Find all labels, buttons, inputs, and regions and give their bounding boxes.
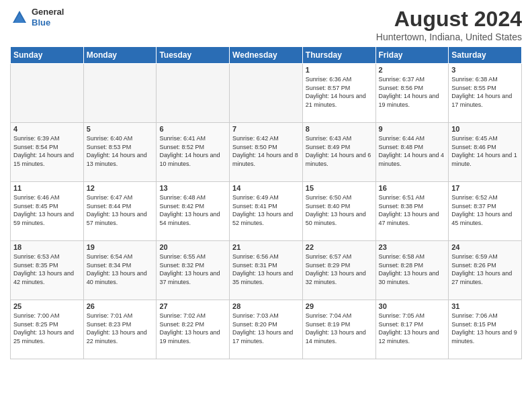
table-row: 31Sunrise: 7:06 AMSunset: 8:15 PMDayligh… <box>449 300 522 359</box>
table-row: 6Sunrise: 6:41 AMSunset: 8:52 PMDaylight… <box>157 123 230 182</box>
calendar-week-row: 11Sunrise: 6:46 AMSunset: 8:45 PMDayligh… <box>11 182 522 241</box>
table-row: 24Sunrise: 6:59 AMSunset: 8:26 PMDayligh… <box>449 241 522 300</box>
table-row: 19Sunrise: 6:54 AMSunset: 8:34 PMDayligh… <box>83 241 157 300</box>
col-friday: Friday <box>375 47 449 64</box>
day-info: Sunrise: 6:37 AMSunset: 8:56 PMDaylight:… <box>379 75 446 109</box>
logo: General Blue <box>10 7 64 28</box>
day-number: 22 <box>306 243 373 251</box>
day-info: Sunrise: 6:36 AMSunset: 8:57 PMDaylight:… <box>306 75 373 109</box>
calendar-week-row: 18Sunrise: 6:53 AMSunset: 8:35 PMDayligh… <box>11 241 522 300</box>
col-sunday: Sunday <box>11 47 84 64</box>
table-row: 16Sunrise: 6:51 AMSunset: 8:38 PMDayligh… <box>375 182 449 241</box>
day-info: Sunrise: 6:56 AMSunset: 8:31 PMDaylight:… <box>232 253 300 286</box>
main-title: August 2024 <box>376 7 522 32</box>
day-info: Sunrise: 6:48 AMSunset: 8:42 PMDaylight:… <box>159 193 226 227</box>
table-row <box>11 64 84 123</box>
table-row: 1Sunrise: 6:36 AMSunset: 8:57 PMDaylight… <box>302 64 375 123</box>
day-info: Sunrise: 6:52 AMSunset: 8:37 PMDaylight:… <box>451 193 519 227</box>
title-area: August 2024 Huntertown, Indiana, United … <box>376 7 522 42</box>
day-info: Sunrise: 6:39 AMSunset: 8:54 PMDaylight:… <box>13 134 81 168</box>
table-row: 8Sunrise: 6:43 AMSunset: 8:49 PMDaylight… <box>302 123 375 182</box>
page: General Blue August 2024 Huntertown, Ind… <box>0 0 532 411</box>
day-number: 14 <box>232 184 300 192</box>
day-number: 9 <box>379 125 446 133</box>
table-row: 22Sunrise: 6:57 AMSunset: 8:29 PMDayligh… <box>302 241 375 300</box>
day-number: 7 <box>232 125 300 133</box>
day-number: 3 <box>451 66 519 74</box>
day-number: 1 <box>306 66 373 74</box>
day-info: Sunrise: 7:04 AMSunset: 8:19 PMDaylight:… <box>306 312 373 345</box>
table-row <box>157 64 230 123</box>
logo-text: General Blue <box>32 7 64 28</box>
table-row: 10Sunrise: 6:45 AMSunset: 8:46 PMDayligh… <box>449 123 522 182</box>
day-number: 4 <box>13 125 81 133</box>
day-number: 30 <box>379 302 446 310</box>
day-number: 21 <box>232 243 300 251</box>
table-row: 9Sunrise: 6:44 AMSunset: 8:48 PMDaylight… <box>375 123 449 182</box>
day-number: 31 <box>451 302 519 310</box>
table-row: 27Sunrise: 7:02 AMSunset: 8:22 PMDayligh… <box>157 300 230 359</box>
table-row: 14Sunrise: 6:49 AMSunset: 8:41 PMDayligh… <box>230 182 303 241</box>
day-info: Sunrise: 6:42 AMSunset: 8:50 PMDaylight:… <box>232 134 300 168</box>
day-info: Sunrise: 6:51 AMSunset: 8:38 PMDaylight:… <box>379 193 446 227</box>
day-info: Sunrise: 6:50 AMSunset: 8:40 PMDaylight:… <box>306 193 373 227</box>
table-row: 29Sunrise: 7:04 AMSunset: 8:19 PMDayligh… <box>302 300 375 359</box>
day-number: 24 <box>451 243 519 251</box>
day-info: Sunrise: 6:53 AMSunset: 8:35 PMDaylight:… <box>13 253 81 286</box>
logo-icon <box>10 8 29 27</box>
day-info: Sunrise: 7:02 AMSunset: 8:22 PMDaylight:… <box>159 312 226 345</box>
calendar-week-row: 4Sunrise: 6:39 AMSunset: 8:54 PMDaylight… <box>11 123 522 182</box>
day-info: Sunrise: 6:59 AMSunset: 8:26 PMDaylight:… <box>451 253 519 286</box>
day-number: 6 <box>159 125 226 133</box>
day-number: 12 <box>87 184 154 192</box>
day-info: Sunrise: 7:00 AMSunset: 8:25 PMDaylight:… <box>13 312 81 345</box>
table-row: 11Sunrise: 6:46 AMSunset: 8:45 PMDayligh… <box>11 182 84 241</box>
table-row: 30Sunrise: 7:05 AMSunset: 8:17 PMDayligh… <box>375 300 449 359</box>
day-info: Sunrise: 6:38 AMSunset: 8:55 PMDaylight:… <box>451 75 519 109</box>
table-row: 26Sunrise: 7:01 AMSunset: 8:23 PMDayligh… <box>83 300 157 359</box>
header: General Blue August 2024 Huntertown, Ind… <box>10 7 522 42</box>
day-info: Sunrise: 6:58 AMSunset: 8:28 PMDaylight:… <box>379 253 446 286</box>
day-number: 27 <box>159 302 226 310</box>
day-info: Sunrise: 6:43 AMSunset: 8:49 PMDaylight:… <box>306 134 373 168</box>
calendar-week-row: 25Sunrise: 7:00 AMSunset: 8:25 PMDayligh… <box>11 300 522 359</box>
col-saturday: Saturday <box>449 47 522 64</box>
day-info: Sunrise: 6:45 AMSunset: 8:46 PMDaylight:… <box>451 134 519 168</box>
day-info: Sunrise: 7:03 AMSunset: 8:20 PMDaylight:… <box>232 312 300 345</box>
day-info: Sunrise: 6:55 AMSunset: 8:32 PMDaylight:… <box>159 253 226 286</box>
table-row <box>230 64 303 123</box>
table-row: 13Sunrise: 6:48 AMSunset: 8:42 PMDayligh… <box>157 182 230 241</box>
table-row: 23Sunrise: 6:58 AMSunset: 8:28 PMDayligh… <box>375 241 449 300</box>
table-row: 28Sunrise: 7:03 AMSunset: 8:20 PMDayligh… <box>230 300 303 359</box>
day-info: Sunrise: 6:40 AMSunset: 8:53 PMDaylight:… <box>87 134 154 168</box>
table-row: 21Sunrise: 6:56 AMSunset: 8:31 PMDayligh… <box>230 241 303 300</box>
col-wednesday: Wednesday <box>230 47 303 64</box>
table-row <box>83 64 157 123</box>
day-number: 11 <box>13 184 81 192</box>
day-info: Sunrise: 7:06 AMSunset: 8:15 PMDaylight:… <box>451 312 519 345</box>
day-number: 26 <box>87 302 154 310</box>
day-number: 28 <box>232 302 300 310</box>
table-row: 12Sunrise: 6:47 AMSunset: 8:44 PMDayligh… <box>83 182 157 241</box>
table-row: 18Sunrise: 6:53 AMSunset: 8:35 PMDayligh… <box>11 241 84 300</box>
day-number: 2 <box>379 66 446 74</box>
day-info: Sunrise: 6:47 AMSunset: 8:44 PMDaylight:… <box>87 193 154 227</box>
table-row: 25Sunrise: 7:00 AMSunset: 8:25 PMDayligh… <box>11 300 84 359</box>
calendar-table: Sunday Monday Tuesday Wednesday Thursday… <box>10 46 522 359</box>
day-number: 15 <box>306 184 373 192</box>
day-number: 18 <box>13 243 81 251</box>
day-info: Sunrise: 6:44 AMSunset: 8:48 PMDaylight:… <box>379 134 446 168</box>
day-info: Sunrise: 6:41 AMSunset: 8:52 PMDaylight:… <box>159 134 226 168</box>
day-number: 13 <box>159 184 226 192</box>
col-monday: Monday <box>83 47 157 64</box>
day-number: 16 <box>379 184 446 192</box>
table-row: 17Sunrise: 6:52 AMSunset: 8:37 PMDayligh… <box>449 182 522 241</box>
day-number: 23 <box>379 243 446 251</box>
day-info: Sunrise: 6:54 AMSunset: 8:34 PMDaylight:… <box>87 253 154 286</box>
day-info: Sunrise: 6:49 AMSunset: 8:41 PMDaylight:… <box>232 193 300 227</box>
table-row: 20Sunrise: 6:55 AMSunset: 8:32 PMDayligh… <box>157 241 230 300</box>
table-row: 15Sunrise: 6:50 AMSunset: 8:40 PMDayligh… <box>302 182 375 241</box>
table-row: 5Sunrise: 6:40 AMSunset: 8:53 PMDaylight… <box>83 123 157 182</box>
day-number: 8 <box>306 125 373 133</box>
subtitle: Huntertown, Indiana, United States <box>376 32 522 42</box>
